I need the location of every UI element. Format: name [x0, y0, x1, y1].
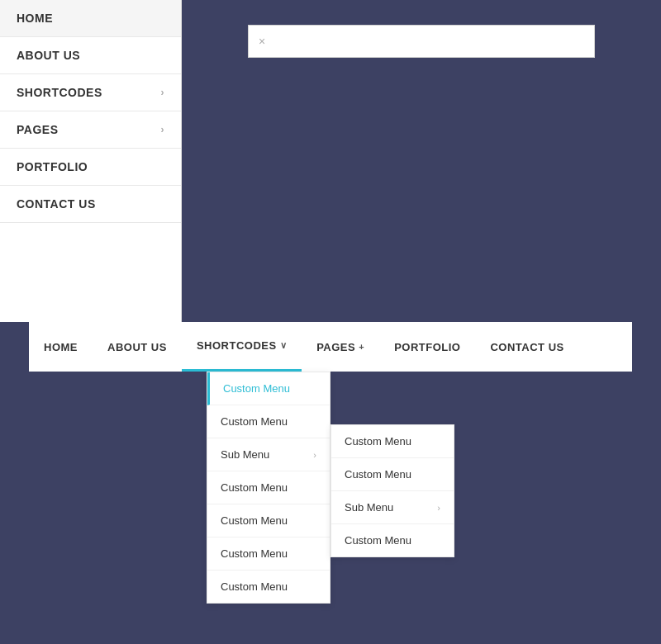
sub-dropdown-item-1[interactable]: Custom Menu — [331, 425, 454, 458]
dropdown-item-6[interactable]: Custom Menu — [207, 571, 330, 603]
dropdown-item-5[interactable]: Custom Menu — [207, 537, 330, 571]
nav-item-contact[interactable]: CONTACT US — [475, 322, 578, 372]
dropdown-item-4-label: Custom Menu — [221, 514, 288, 527]
sub-dropdown-item-3[interactable]: Custom Menu — [331, 524, 454, 556]
sidebar-item-about-label: ABOUT US — [17, 49, 80, 62]
top-section: HOME ABOUT US SHORTCODES › PAGES › PORTF… — [0, 0, 661, 322]
nav-item-about[interactable]: ABOUT US — [93, 322, 182, 372]
sub-dropdown-item-2-label: Custom Menu — [345, 468, 411, 481]
nav-item-pages-label: PAGES — [316, 341, 355, 353]
dropdown-item-6-label: Custom Menu — [221, 580, 288, 593]
nav-item-home-label: HOME — [44, 341, 78, 353]
horizontal-nav: HOME ABOUT US SHORTCODES ∨ PAGES + PORTF… — [29, 322, 632, 372]
dropdown-item-3-label: Custom Menu — [221, 481, 288, 494]
sidebar-item-portfolio-label: PORTFOLIO — [17, 160, 88, 173]
nav-item-portfolio[interactable]: PORTFOLIO — [379, 322, 475, 372]
sub-dropdown-item-2[interactable]: Custom Menu — [331, 458, 454, 491]
dropdown-item-submenu[interactable]: Sub Menu › — [207, 438, 330, 471]
sidebar-item-contact[interactable]: CONTACT US — [0, 186, 181, 223]
chevron-right-icon: › — [161, 124, 165, 135]
dropdown-item-2-label: Custom Menu — [221, 415, 288, 428]
sub-dropdown-item-1-label: Custom Menu — [345, 435, 411, 447]
dropdown-item-3[interactable]: Custom Menu — [207, 471, 330, 504]
nav-item-about-label: ABOUT US — [107, 341, 167, 353]
dropdown-item-5-label: Custom Menu — [221, 547, 288, 560]
dropdown-menu: Custom Menu Custom Menu Sub Menu › Custo… — [207, 372, 330, 604]
close-icon[interactable]: × — [259, 35, 265, 48]
sidebar-item-shortcodes[interactable]: SHORTCODES › — [0, 74, 181, 111]
dropdown-item-4[interactable]: Custom Menu — [207, 504, 330, 537]
nav-item-shortcodes[interactable]: SHORTCODES ∨ — [182, 322, 302, 372]
top-right-area: × — [182, 0, 661, 322]
nav-item-shortcodes-label: SHORTCODES — [197, 339, 277, 352]
sidebar-item-home[interactable]: HOME — [0, 0, 181, 37]
chevron-right-icon: › — [161, 87, 165, 98]
chevron-right-icon: › — [437, 503, 440, 513]
bottom-section: HOME ABOUT US SHORTCODES ∨ PAGES + PORTF… — [0, 322, 661, 644]
nav-item-home[interactable]: HOME — [29, 322, 93, 372]
sidebar-item-about[interactable]: ABOUT US — [0, 37, 181, 74]
sidebar-item-contact-label: CONTACT US — [17, 197, 96, 211]
sidebar-item-shortcodes-label: SHORTCODES — [17, 86, 102, 99]
sidebar-item-pages[interactable]: PAGES › — [0, 111, 181, 149]
sub-dropdown-item-3-label: Custom Menu — [345, 534, 411, 547]
plus-icon: + — [359, 342, 364, 352]
dropdown-item-1-label: Custom Menu — [223, 382, 290, 395]
sub-dropdown-item-submenu[interactable]: Sub Menu › — [331, 491, 454, 524]
sub-dropdown-item-submenu-label: Sub Menu — [345, 501, 393, 514]
dropdown-item-2[interactable]: Custom Menu — [207, 405, 330, 438]
dropdown-item-1[interactable]: Custom Menu — [207, 372, 330, 405]
chevron-down-icon: ∨ — [280, 340, 288, 351]
sidebar-menu: HOME ABOUT US SHORTCODES › PAGES › PORTF… — [0, 0, 182, 322]
sidebar-item-home-label: HOME — [17, 12, 53, 25]
nav-item-portfolio-label: PORTFOLIO — [394, 341, 460, 353]
chevron-right-icon: › — [313, 450, 316, 460]
dropdown-container: Custom Menu Custom Menu Sub Menu › Custo… — [207, 372, 454, 604]
search-bar[interactable]: × — [248, 25, 595, 58]
nav-item-pages[interactable]: PAGES + — [302, 322, 379, 372]
sidebar-item-pages-label: PAGES — [17, 123, 58, 136]
dropdown-item-submenu-label: Sub Menu — [221, 448, 269, 461]
sub-dropdown-menu: Custom Menu Custom Menu Sub Menu › Custo… — [330, 424, 454, 557]
nav-item-contact-label: CONTACT US — [490, 341, 564, 353]
sidebar-item-portfolio[interactable]: PORTFOLIO — [0, 149, 181, 186]
